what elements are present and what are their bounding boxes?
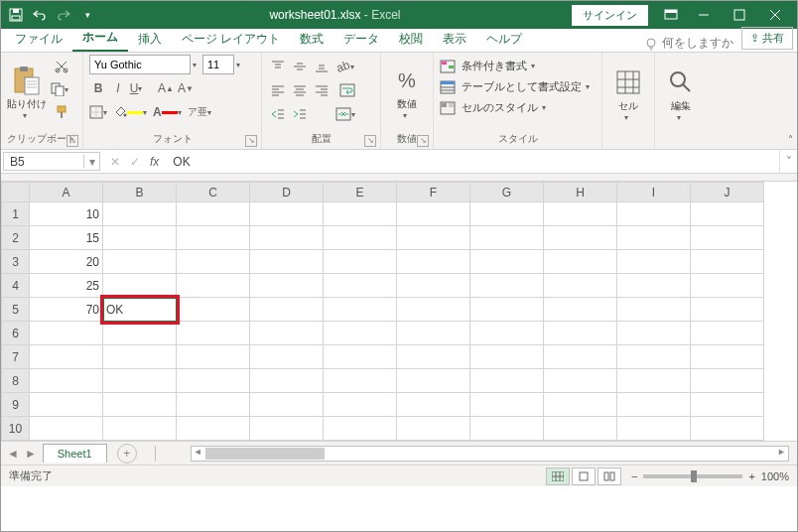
editing-button[interactable]: 編集 ▾ xyxy=(661,55,701,133)
cell-A2[interactable]: 15 xyxy=(30,226,103,250)
column-header[interactable]: I xyxy=(617,183,691,202)
ribbon-options-icon[interactable] xyxy=(656,1,686,29)
cell-A3[interactable]: 20 xyxy=(30,250,103,274)
column-header[interactable]: G xyxy=(470,183,544,202)
row-header[interactable]: 10 xyxy=(2,417,30,441)
sheet-prev-icon[interactable]: ◄ xyxy=(7,447,19,461)
conditional-format-button[interactable]: 条件付き書式▾ xyxy=(440,59,594,73)
column-header[interactable]: B xyxy=(103,183,177,202)
cell-E8[interactable] xyxy=(324,369,397,393)
column-header[interactable]: C xyxy=(177,183,250,202)
cell-A4[interactable]: 25 xyxy=(30,274,103,298)
tab-pagelayout[interactable]: ページ レイアウト xyxy=(172,27,290,52)
chevron-down-icon[interactable]: ▾ xyxy=(236,61,244,69)
worksheet-grid[interactable]: ABCDEFGHIJ110215320425570OK678910 xyxy=(1,182,797,441)
cell-I9[interactable] xyxy=(617,393,691,417)
format-as-table-button[interactable]: テーブルとして書式設定▾ xyxy=(440,79,594,94)
merge-button[interactable]: ▾ xyxy=(335,104,359,124)
row-header[interactable]: 9 xyxy=(2,393,30,417)
cell-I7[interactable] xyxy=(617,345,691,369)
row-header[interactable]: 3 xyxy=(2,250,30,274)
align-bottom-button[interactable] xyxy=(312,57,332,76)
column-header[interactable]: H xyxy=(544,183,617,202)
decrease-indent-button[interactable] xyxy=(268,104,288,124)
tab-file[interactable]: ファイル xyxy=(5,27,72,52)
cell-J1[interactable] xyxy=(691,202,764,226)
cell-J6[interactable] xyxy=(691,322,764,345)
font-name-input[interactable] xyxy=(89,55,191,74)
cell-D8[interactable] xyxy=(250,369,324,393)
dialog-launcher[interactable]: ↘ xyxy=(364,135,376,147)
paste-button[interactable]: 貼り付け ▾ xyxy=(7,55,47,130)
cell-D7[interactable] xyxy=(250,345,324,369)
cell-J4[interactable] xyxy=(691,274,764,298)
tab-data[interactable]: データ xyxy=(333,27,389,52)
cell-I1[interactable] xyxy=(617,202,691,226)
wrap-text-button[interactable] xyxy=(335,80,359,100)
name-box[interactable]: B5 ▾ xyxy=(3,152,100,171)
cell-F8[interactable] xyxy=(397,369,470,393)
column-header[interactable]: F xyxy=(397,183,470,202)
qat-customize-icon[interactable]: ▾ xyxy=(76,4,98,26)
cancel-icon[interactable]: ✕ xyxy=(110,155,120,169)
cells-button[interactable]: セル ▾ xyxy=(608,55,648,133)
cell-G2[interactable] xyxy=(470,226,544,250)
cell-B7[interactable] xyxy=(103,345,177,369)
row-header[interactable]: 7 xyxy=(2,345,30,369)
undo-icon[interactable] xyxy=(29,4,51,26)
cell-A6[interactable] xyxy=(30,322,103,345)
grow-font-button[interactable]: A▲ xyxy=(157,78,175,98)
tab-review[interactable]: 校閲 xyxy=(389,27,433,52)
align-center-button[interactable] xyxy=(290,80,310,100)
tell-me[interactable]: 何をしますか xyxy=(636,35,741,52)
italic-button[interactable]: I xyxy=(109,78,127,98)
cell-E4[interactable] xyxy=(324,274,397,298)
dialog-launcher[interactable]: ↘ xyxy=(66,135,78,147)
cell-H3[interactable] xyxy=(544,250,617,274)
cell-I3[interactable] xyxy=(617,250,691,274)
cell-B4[interactable] xyxy=(103,274,177,298)
phonetic-button[interactable]: ア亜▾ xyxy=(188,102,215,122)
enter-icon[interactable]: ✓ xyxy=(130,155,140,169)
cell-B10[interactable] xyxy=(103,417,177,441)
cell-F3[interactable] xyxy=(397,250,470,274)
save-icon[interactable] xyxy=(5,4,27,26)
cell-C7[interactable] xyxy=(177,345,250,369)
cell-F4[interactable] xyxy=(397,274,470,298)
tab-formulas[interactable]: 数式 xyxy=(290,27,333,52)
underline-button[interactable]: U▾ xyxy=(129,78,147,98)
cell-C5[interactable] xyxy=(177,298,250,322)
cell-A5[interactable]: 70 xyxy=(30,298,103,322)
cell-D1[interactable] xyxy=(250,202,324,226)
increase-indent-button[interactable] xyxy=(290,104,310,124)
cell-C9[interactable] xyxy=(177,393,250,417)
cell-A8[interactable] xyxy=(30,369,103,393)
cell-E1[interactable] xyxy=(324,202,397,226)
cell-G9[interactable] xyxy=(470,393,544,417)
sheet-next-icon[interactable]: ► xyxy=(25,447,37,461)
fill-color-button[interactable]: ▾ xyxy=(113,102,151,122)
cell-C6[interactable] xyxy=(177,322,250,345)
zoom-slider[interactable] xyxy=(643,474,742,478)
cell-I5[interactable] xyxy=(617,298,691,322)
cell-F2[interactable] xyxy=(397,226,470,250)
cell-B1[interactable] xyxy=(103,202,177,226)
cell-G7[interactable] xyxy=(470,345,544,369)
page-break-view-button[interactable] xyxy=(598,467,621,485)
tab-view[interactable]: 表示 xyxy=(433,27,476,52)
borders-button[interactable]: ▾ xyxy=(89,102,111,122)
zoom-out-button[interactable]: − xyxy=(631,470,637,482)
align-right-button[interactable] xyxy=(312,80,332,100)
cell-D10[interactable] xyxy=(250,417,324,441)
cell-F5[interactable] xyxy=(397,298,470,322)
redo-icon[interactable] xyxy=(53,4,74,26)
horizontal-scrollbar[interactable] xyxy=(191,446,789,462)
dialog-launcher[interactable]: ↘ xyxy=(245,135,257,147)
cell-J2[interactable] xyxy=(691,226,764,250)
cell-J8[interactable] xyxy=(691,369,764,393)
row-header[interactable]: 1 xyxy=(2,202,30,226)
cell-D6[interactable] xyxy=(250,322,324,345)
column-header[interactable]: D xyxy=(250,183,324,202)
cell-E5[interactable] xyxy=(324,298,397,322)
cell-F6[interactable] xyxy=(397,322,470,345)
